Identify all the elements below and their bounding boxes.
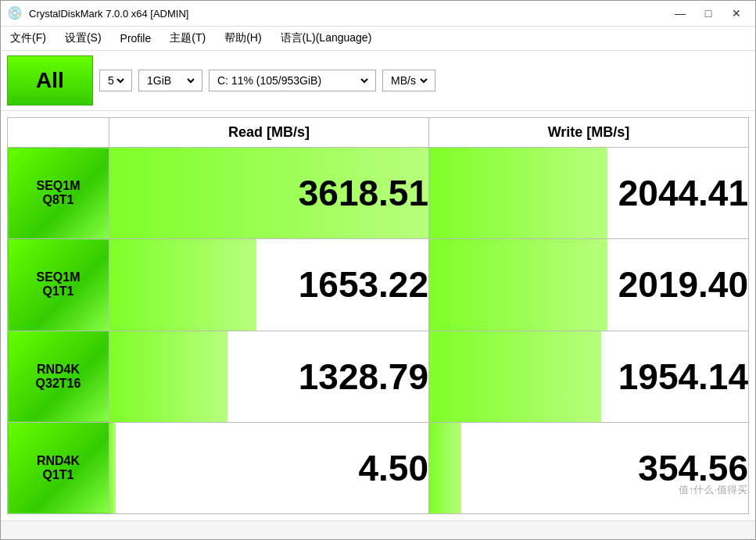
runs-select[interactable]: 5 1 3 9 — [105, 73, 127, 88]
close-button[interactable]: ✕ — [724, 4, 749, 23]
row-3-label: RND4KQ1T1 — [8, 422, 109, 513]
title-bar-controls: — □ ✕ — [668, 4, 749, 23]
row-0-write: 2044.41 — [429, 148, 749, 239]
title-bar-left: 💿 CrystalDiskMark 7.0.0 x64 [ADMIN] — [7, 5, 188, 21]
row-3-write: 354.56 — [429, 422, 749, 513]
toolbar: All 5 1 3 9 1GiB 512MiB 2GiB 4GiB C: 11%… — [1, 51, 755, 111]
drive-select-box[interactable]: C: 11% (105/953GiB) — [209, 70, 376, 91]
row-2-write: 1954.14 — [429, 331, 749, 422]
all-button[interactable]: All — [7, 55, 93, 105]
table-row: RND4KQ32T161328.791954.14 — [8, 331, 749, 422]
unit-select[interactable]: MB/s GB/s IOPS — [388, 73, 430, 88]
table-header-row: Read [MB/s] Write [MB/s] — [8, 118, 749, 148]
menu-profile[interactable]: Profile — [117, 29, 155, 48]
row-2-read: 1328.79 — [109, 331, 429, 422]
menu-bar: 文件(F) 设置(S) Profile 主题(T) 帮助(H) 语言(L)(La… — [1, 27, 755, 51]
col-write-header: Write [MB/s] — [429, 118, 749, 148]
row-0-label: SEQ1MQ8T1 — [8, 148, 109, 239]
app-title: CrystalDiskMark 7.0.0 x64 [ADMIN] — [29, 8, 188, 20]
row-3-read-value: 4.50 — [358, 448, 428, 488]
row-0-read-value: 3618.51 — [299, 173, 428, 213]
menu-language[interactable]: 语言(L)(Language) — [278, 28, 375, 48]
app-window: 💿 CrystalDiskMark 7.0.0 x64 [ADMIN] — □ … — [0, 0, 756, 540]
row-1-write: 2019.40 — [429, 239, 749, 331]
minimize-button[interactable]: — — [668, 4, 693, 23]
app-icon: 💿 — [7, 5, 23, 21]
row-1-read: 1653.22 — [109, 239, 429, 331]
size-select-box[interactable]: 1GiB 512MiB 2GiB 4GiB — [138, 70, 202, 91]
unit-select-box[interactable]: MB/s GB/s IOPS — [382, 70, 435, 91]
row-1-read-value: 1653.22 — [299, 264, 428, 305]
table-row: SEQ1MQ1T11653.222019.40 — [8, 239, 749, 331]
menu-help[interactable]: 帮助(H) — [221, 28, 264, 48]
drive-select[interactable]: C: 11% (105/953GiB) — [214, 73, 371, 88]
row-3-write-value: 354.56 — [638, 448, 748, 488]
row-1-label: SEQ1MQ1T1 — [8, 239, 109, 331]
runs-select-box[interactable]: 5 1 3 9 — [99, 70, 132, 91]
main-content: Read [MB/s] Write [MB/s] SEQ1MQ8T13618.5… — [1, 111, 755, 520]
row-1-write-value: 2019.40 — [618, 264, 748, 305]
row-0-write-value: 2044.41 — [618, 173, 748, 213]
row-2-write-value: 1954.14 — [618, 356, 748, 397]
col-label — [8, 118, 109, 148]
table-row: RND4KQ1T14.50354.56 — [8, 422, 749, 513]
menu-file[interactable]: 文件(F) — [7, 28, 49, 48]
row-2-label: RND4KQ32T16 — [8, 331, 109, 422]
size-select[interactable]: 1GiB 512MiB 2GiB 4GiB — [144, 73, 197, 88]
status-bar — [1, 520, 755, 539]
row-3-read: 4.50 — [109, 422, 429, 513]
maximize-button[interactable]: □ — [696, 4, 721, 23]
row-0-read: 3618.51 — [109, 148, 429, 239]
title-bar: 💿 CrystalDiskMark 7.0.0 x64 [ADMIN] — □ … — [1, 1, 755, 27]
menu-settings[interactable]: 设置(S) — [62, 28, 105, 48]
table-row: SEQ1MQ8T13618.512044.41 — [8, 148, 749, 239]
menu-theme[interactable]: 主题(T) — [167, 28, 209, 48]
bench-tbody: SEQ1MQ8T13618.512044.41SEQ1MQ1T11653.222… — [8, 148, 749, 514]
row-2-read-value: 1328.79 — [299, 356, 428, 397]
bench-table: Read [MB/s] Write [MB/s] SEQ1MQ8T13618.5… — [7, 117, 749, 514]
col-read-header: Read [MB/s] — [109, 118, 429, 148]
